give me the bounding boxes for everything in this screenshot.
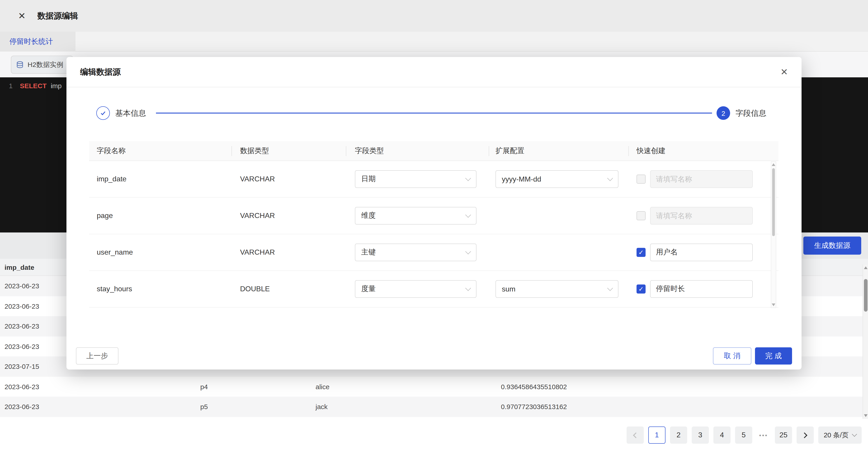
pagination-page-3[interactable]: 3	[692, 427, 709, 444]
cell-page: p4	[200, 383, 208, 391]
cell-date: 2023-06-23	[4, 282, 39, 290]
quick-create-checkbox[interactable]: ✓	[637, 284, 646, 294]
cell-date: 2023-06-23	[4, 322, 39, 330]
field-name: page	[97, 212, 113, 220]
ext-config-value: yyyy-MM-dd	[502, 175, 541, 183]
chevron-down-icon	[465, 249, 471, 254]
cell-date: 2023-06-23	[4, 302, 39, 310]
column-divider	[231, 146, 232, 156]
chevron-down-icon	[852, 431, 857, 437]
modal-close-icon[interactable]: ✕	[780, 67, 788, 76]
quick-name-input[interactable]	[650, 280, 753, 298]
page-size-select[interactable]: 20 条/页	[818, 427, 862, 444]
pagination-prev-button	[627, 427, 644, 444]
page-header: ✕ 数据源编辑	[0, 0, 868, 32]
generate-datasource-button[interactable]: 生成数据源	[803, 237, 861, 255]
ext-config-value: sum	[502, 285, 515, 293]
modal-header: 编辑数据源 ✕	[66, 57, 802, 87]
ext-config-select[interactable]: yyyy-MM-dd	[495, 170, 618, 188]
modal-title: 编辑数据源	[80, 66, 121, 78]
chevron-down-icon	[465, 285, 471, 291]
column-divider	[489, 146, 489, 156]
field-table-header: 字段名称 数据类型 字段类型 扩展配置 快速创建	[89, 141, 778, 161]
chevron-down-icon	[607, 175, 613, 181]
quick-create-checkbox[interactable]: ✓	[637, 175, 646, 184]
field-type-select[interactable]: 度量	[355, 280, 476, 298]
chevron-down-icon	[465, 175, 471, 181]
previous-step-button[interactable]: 上一步	[76, 347, 119, 365]
cell-value: 0.9364586435510802	[501, 383, 567, 391]
table-row: 2023-06-23p4alice0.9364586435510802	[0, 376, 868, 397]
field-data-type: DOUBLE	[240, 285, 270, 293]
field-name: user_name	[97, 248, 133, 256]
tab-label: 停留时长统计	[9, 37, 53, 47]
pagination-page-25[interactable]: 25	[775, 427, 792, 444]
field-data-type: VARCHAR	[240, 175, 275, 183]
scroll-down-icon[interactable]	[864, 414, 868, 417]
stepper: 基本信息 2 字段信息	[96, 106, 772, 120]
db-instance-button[interactable]: H2数据实例	[11, 56, 73, 74]
chevron-down-icon	[465, 212, 471, 218]
field-row-user-name: user_name VARCHAR 主键 ✓	[89, 234, 778, 271]
db-instance-label: H2数据实例	[28, 60, 63, 69]
field-type-select[interactable]: 维度	[355, 207, 476, 224]
cell-value: 0.9707723036513162	[501, 403, 567, 411]
step2-circle: 2	[717, 106, 730, 120]
col-quick-create: 快速创建	[637, 146, 665, 156]
check-icon: ✓	[638, 249, 644, 255]
cancel-button[interactable]: 取 消	[713, 347, 751, 365]
page-close-icon[interactable]: ✕	[18, 11, 26, 20]
database-icon	[16, 61, 24, 69]
finish-button[interactable]: 完 成	[755, 347, 792, 365]
pagination-page-4[interactable]: 4	[713, 427, 731, 444]
pagination-page-2[interactable]: 2	[670, 427, 687, 444]
scroll-down-icon[interactable]	[772, 304, 775, 306]
quick-create-checkbox[interactable]: ✓	[637, 211, 646, 220]
app-root: ✕ 数据源编辑 停留时长统计 H2数据实例 1SELECTimp 生成数据源 i…	[0, 0, 868, 462]
check-icon	[100, 110, 106, 116]
cell-date: 2023-06-23	[4, 383, 39, 391]
quick-name-input	[650, 207, 753, 224]
table-row: 2023-06-23p5jack0.9707723036513162	[0, 397, 868, 417]
pagination-page-1[interactable]: 1	[648, 427, 665, 444]
field-row-stay-hours: stay_hours DOUBLE 度量 sum ✓	[89, 271, 778, 308]
pagination-ellipsis[interactable]: •••	[757, 432, 770, 438]
sql-code: imp	[51, 82, 61, 90]
cell-date: 2023-06-23	[4, 343, 39, 350]
pagination-page-5[interactable]: 5	[735, 427, 752, 444]
pagination-next-button[interactable]	[797, 427, 814, 444]
cell-date: 2023-07-15	[4, 363, 39, 370]
field-type-select[interactable]: 日期	[355, 170, 476, 188]
scrollbar-thumb[interactable]	[864, 279, 868, 312]
step1-done-circle	[96, 106, 110, 120]
vertical-scrollbar[interactable]	[863, 265, 868, 419]
column-divider	[346, 146, 346, 156]
tab-stay-duration-stats[interactable]: 停留时长统计	[0, 32, 75, 52]
field-table-scrollbar[interactable]	[771, 161, 776, 308]
ext-config-select[interactable]: sum	[495, 280, 618, 298]
scroll-up-icon[interactable]	[772, 163, 775, 166]
quick-name-input[interactable]	[650, 244, 753, 261]
field-type-value: 主键	[361, 248, 376, 257]
scroll-up-icon[interactable]	[864, 267, 868, 269]
field-name: imp_date	[97, 175, 127, 183]
check-icon: ✓	[638, 286, 644, 292]
page-size-label: 20 条/页	[824, 431, 848, 439]
column-header-imp-date: imp_date	[4, 263, 34, 271]
chevron-down-icon	[607, 285, 613, 291]
sql-keyword: SELECT	[20, 82, 46, 90]
field-name: stay_hours	[97, 285, 132, 293]
scrollbar-thumb[interactable]	[772, 168, 775, 236]
chevron-left-icon	[633, 432, 639, 438]
page-title: 数据源编辑	[37, 10, 78, 21]
modal-footer: 上一步 取 消 完 成	[76, 347, 792, 365]
quick-create-checkbox[interactable]: ✓	[637, 248, 646, 257]
col-ext-config: 扩展配置	[495, 146, 524, 156]
field-type-select[interactable]: 主键	[355, 244, 476, 261]
cell-user: alice	[315, 383, 330, 391]
field-type-value: 度量	[361, 284, 376, 294]
chevron-right-icon	[802, 432, 807, 438]
field-data-type: VARCHAR	[240, 248, 275, 256]
step2-number: 2	[721, 109, 725, 117]
col-data-type: 数据类型	[240, 146, 269, 156]
